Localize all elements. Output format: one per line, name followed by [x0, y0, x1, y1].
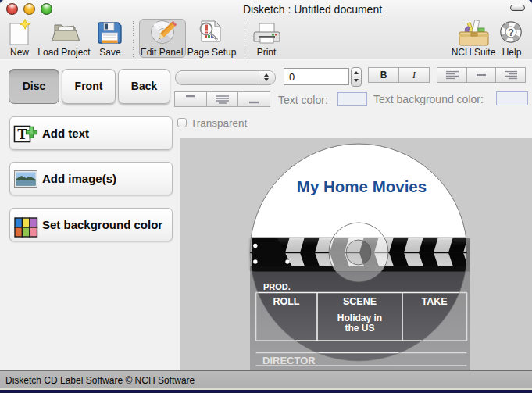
- svg-text:ROLL: ROLL: [273, 296, 299, 307]
- svg-text:PROD.: PROD.: [263, 282, 291, 291]
- svg-text:TAKE: TAKE: [421, 296, 447, 307]
- svg-text:My Home Movies: My Home Movies: [297, 177, 427, 195]
- svg-text:SCENE: SCENE: [343, 296, 377, 307]
- svg-text:the US: the US: [345, 323, 374, 334]
- svg-text:?: ?: [508, 27, 514, 38]
- svg-text:Holiday in: Holiday in: [337, 313, 382, 323]
